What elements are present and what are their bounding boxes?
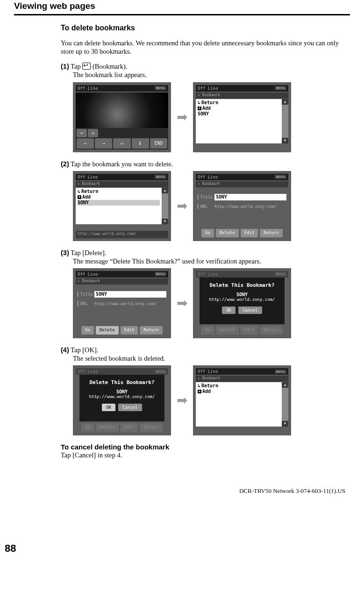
bookmark-list: ↲ Return + Add <box>196 382 282 427</box>
step-3-sub: The message “Delete This Bookmark?” used… <box>73 257 345 265</box>
list-item-add[interactable]: + Add <box>198 389 280 394</box>
go-button[interactable]: Go <box>81 326 94 335</box>
bookmark-list: ↲ Return + Add SONY <box>76 188 162 224</box>
menu-button[interactable]: menu <box>275 86 286 90</box>
step-3: (3) Tap [Delete]. The message “Delete Th… <box>61 249 345 265</box>
cancel-text: Tap [Cancel] in step 4. <box>61 451 345 459</box>
step-4-text: Tap [OK]. <box>71 346 98 354</box>
screen-confirm-dialog: Off Linemenu GoDeleteEditReturn Delete T… <box>193 268 291 338</box>
bookmark-header: ✦ Bookmark <box>76 181 168 187</box>
list-item-return[interactable]: ↲ Return <box>198 383 280 389</box>
cancel-heading: To cancel deleting the bookmark <box>61 443 345 451</box>
step-2: (2) Tap the bookmark you want to delete. <box>61 160 345 168</box>
scrollbar[interactable]: ▲▼ <box>282 382 288 427</box>
intro-text: You can delete bookmarks. We recommend t… <box>61 39 345 56</box>
screen-confirm-ok: Off Linemenu GoDeleteEditReturn Delete T… <box>73 365 171 435</box>
status-bar: Off Linemenu <box>196 174 288 180</box>
screen-bookmark-detail: Off Linemenu ✦ Bookmark ▎Title SONY ▎URL… <box>193 171 291 241</box>
step-1-text-b: (Bookmark). <box>91 63 127 70</box>
mail-button[interactable]: ✈ <box>88 129 98 137</box>
dialog-url: http://www.world.sony.com/ <box>79 394 164 399</box>
info-button[interactable]: ℹ <box>132 138 149 149</box>
list-item-return[interactable]: ↲ Return <box>198 100 280 106</box>
step-4-num: (4) <box>61 346 69 354</box>
url-label: ▎URL <box>198 204 213 209</box>
button-row: Go Delete Edit Return <box>196 229 288 237</box>
return-button[interactable]: Return <box>260 229 283 237</box>
arrow-icon: ➡ <box>177 394 187 407</box>
menu-button[interactable]: menu <box>155 175 166 179</box>
delete-button[interactable]: Delete <box>216 229 239 237</box>
end-button[interactable]: END <box>150 138 167 149</box>
list-item-sony[interactable]: SONY <box>198 111 280 117</box>
delete-button[interactable]: Delete <box>96 326 119 335</box>
status-bar: Off Linemenu <box>76 174 168 180</box>
button-row-dim: GoDeleteEditReturn <box>76 423 168 432</box>
status-bar: Off Linemenu <box>196 368 288 375</box>
figure-pair-2: Off Linemenu ✦ Bookmark ↲ Return + Add S… <box>73 171 345 241</box>
list-item-return[interactable]: ↲ Return <box>78 189 160 194</box>
step-4-sub: The selected bookmark is deleted. <box>73 354 345 363</box>
menu-button[interactable]: menu <box>155 272 166 276</box>
step-3-text: Tap [Delete]. <box>71 249 106 256</box>
edit-button[interactable]: Edit <box>121 326 138 335</box>
bookmark-header: ✦ Bookmark <box>196 376 288 382</box>
step-1-num: (1) <box>61 63 69 70</box>
scrollbar[interactable]: ▲▼ <box>282 99 288 143</box>
page-heading: Viewing web pages <box>14 1 350 11</box>
figure-pair-1: Off Linemenu ← → ▭ ℹ END ↩ ✈ ➡ <box>73 82 345 152</box>
ok-button[interactable]: OK <box>222 306 236 314</box>
status-bar: Off Linemenu <box>76 368 168 375</box>
go-button[interactable]: Go <box>201 229 214 237</box>
bookmark-button[interactable]: ↩ <box>77 129 87 137</box>
forward-button[interactable]: → <box>95 138 112 149</box>
return-button[interactable]: Return <box>140 326 163 335</box>
confirm-dialog: Delete This Bookmark? SONY http://www.wo… <box>200 278 285 324</box>
dialog-question: Delete This Bookmark? <box>79 379 164 385</box>
tab-button[interactable]: ▭ <box>113 138 130 149</box>
menu-button[interactable]: menu <box>155 86 166 90</box>
screen-detail-delete: Off Linemenu ✦ Bookmark ▎Title SONY ▎URL… <box>73 268 171 338</box>
browser-toolbar: ← → ▭ ℹ END <box>76 137 168 150</box>
bookmark-header: ✦ Bookmark <box>76 278 168 285</box>
arrow-icon: ➡ <box>177 297 187 310</box>
url-value: http://www.world.sony.com/ <box>214 203 286 210</box>
step-1: (1) Tap (Bookmark). The bookmark list ap… <box>61 62 345 79</box>
cancel-button[interactable]: Cancel <box>118 404 142 411</box>
menu-button[interactable]: menu <box>275 175 286 179</box>
ok-button[interactable]: OK <box>102 404 115 411</box>
title-label: ▎Title <box>78 292 93 297</box>
list-item-add[interactable]: + Add <box>78 194 160 200</box>
screen-web: Off Linemenu ← → ▭ ℹ END ↩ ✈ <box>73 82 171 152</box>
dialog-name: SONY <box>200 292 285 297</box>
section-title: To delete bookmarks <box>61 24 345 32</box>
button-row: Go Delete Edit Return <box>76 326 168 335</box>
edit-button[interactable]: Edit <box>241 229 258 237</box>
status-bar: Off Linemenu <box>196 271 288 278</box>
list-item-sony[interactable]: SONY <box>78 200 160 206</box>
rule <box>14 14 350 15</box>
title-label: ▎Title <box>198 195 213 199</box>
dialog-question: Delete This Bookmark? <box>200 282 285 288</box>
step-2-text: Tap the bookmark you want to delete. <box>71 160 173 168</box>
title-field[interactable]: SONY <box>94 291 166 298</box>
scrollbar[interactable]: ▲▼ <box>162 188 168 224</box>
step-1-text-a: Tap <box>71 63 82 70</box>
title-field[interactable]: SONY <box>214 194 286 200</box>
list-item-add[interactable]: + Add <box>198 106 280 111</box>
bookmark-list: ↲ Return + Add SONY <box>196 99 282 143</box>
screen-bookmark-list-after: Off Linemenu ✦ Bookmark ↲ Return + Add ▲… <box>193 365 291 435</box>
bookmark-icon <box>82 63 91 70</box>
arrow-icon: ➡ <box>177 199 187 213</box>
dialog-name: SONY <box>79 389 164 394</box>
bookmark-header: ✦ Bookmark <box>196 181 288 187</box>
cancel-button[interactable]: Cancel <box>238 306 262 314</box>
bookmark-header: ✦ Bookmark <box>196 93 288 99</box>
back-button[interactable]: ← <box>77 138 94 149</box>
menu-button[interactable]: menu <box>275 370 286 374</box>
footer-model: DCR-TRV50 Network 3-074-603-11(1).US <box>14 487 345 495</box>
screen-bookmark-list: Off Linemenu ✦ Bookmark ↲ Return + Add S… <box>193 82 291 152</box>
page-number: 88 <box>5 542 16 555</box>
footer-url: http://www.world.sony.com/ <box>76 231 168 238</box>
button-row-dim: GoDeleteEditReturn <box>196 326 288 335</box>
